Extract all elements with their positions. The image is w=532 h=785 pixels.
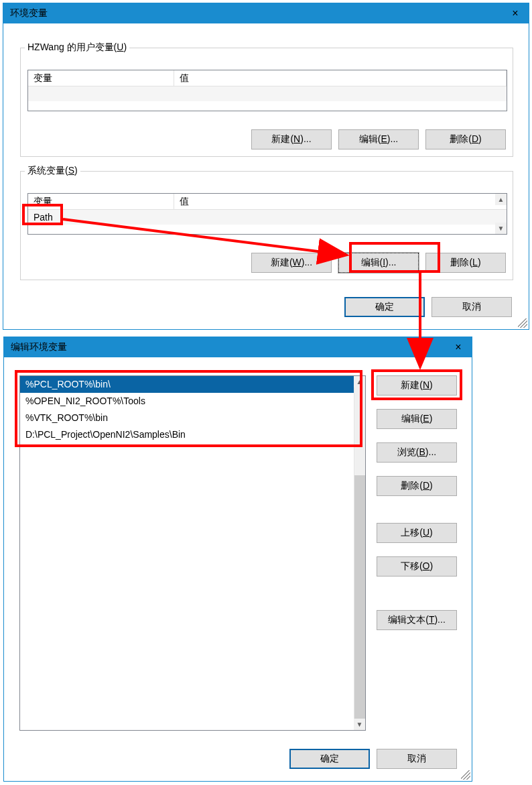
user-vars-label: HZWang 的用户变量(U) bbox=[25, 42, 129, 54]
edittext-button[interactable]: 编辑文本(T)... bbox=[377, 610, 457, 630]
table-row-empty bbox=[28, 86, 507, 101]
list-item[interactable]: %OPEN_NI2_ROOT%\Tools bbox=[20, 393, 365, 410]
close-icon[interactable]: × bbox=[502, 3, 529, 23]
scroll-down-icon[interactable]: ▼ bbox=[495, 223, 507, 234]
titlebar-env[interactable]: 环境变量 × bbox=[3, 3, 529, 23]
cancel-button[interactable]: 取消 bbox=[431, 297, 512, 317]
path-listbox[interactable]: %PCL_ROOT%\bin\ %OPEN_NI2_ROOT%\Tools %V… bbox=[19, 375, 366, 731]
title-env: 环境变量 bbox=[10, 7, 48, 19]
edit-user-button[interactable]: 编辑(E)... bbox=[338, 129, 419, 149]
close-icon[interactable]: × bbox=[445, 337, 472, 357]
scroll-thumb[interactable] bbox=[354, 475, 365, 719]
resize-grip-icon[interactable] bbox=[461, 770, 470, 780]
user-vars-group: HZWang 的用户变量(U) 变量 值 新建(N)... 编辑(E)... 删… bbox=[20, 48, 513, 157]
scroll-up-icon[interactable]: ▲ bbox=[354, 376, 365, 387]
new-sys-button[interactable]: 新建(W)... bbox=[251, 253, 332, 273]
list-item[interactable]: D:\PCL_Project\OpenNI2\Samples\Bin bbox=[20, 426, 365, 443]
scroll-down-icon[interactable]: ▼ bbox=[354, 719, 365, 730]
user-vars-table[interactable]: 变量 值 bbox=[27, 70, 507, 111]
movedown-button[interactable]: 下移(O) bbox=[377, 556, 457, 577]
th-variable[interactable]: 变量 bbox=[28, 194, 174, 209]
edit-env-window: 编辑环境变量 × %PCL_ROOT%\bin\ %OPEN_NI2_ROOT%… bbox=[3, 337, 472, 782]
cell-path-value bbox=[174, 210, 507, 225]
title-edit: 编辑环境变量 bbox=[11, 341, 67, 353]
resize-grip-icon[interactable] bbox=[518, 318, 527, 328]
edit-sys-button[interactable]: 编辑(I)... bbox=[338, 253, 419, 273]
moveup-button[interactable]: 上移(U) bbox=[377, 523, 457, 543]
system-vars-label: 系统变量(S) bbox=[25, 165, 80, 177]
th-value[interactable]: 值 bbox=[174, 70, 507, 86]
cell-path: Path bbox=[28, 210, 174, 225]
browse-button[interactable]: 浏览(B)... bbox=[377, 442, 457, 463]
ok-button[interactable]: 确定 bbox=[344, 297, 425, 317]
new-user-button[interactable]: 新建(N)... bbox=[251, 129, 332, 149]
env-vars-window: 环境变量 × HZWang 的用户变量(U) 变量 值 新建(N)... 编辑(… bbox=[3, 3, 529, 330]
th-value[interactable]: 值 bbox=[174, 194, 507, 209]
th-variable[interactable]: 变量 bbox=[28, 70, 174, 86]
cancel-button[interactable]: 取消 bbox=[377, 749, 457, 769]
edit-button[interactable]: 编辑(E) bbox=[377, 409, 457, 429]
delete-user-button[interactable]: 删除(D) bbox=[425, 129, 506, 149]
scrollbar[interactable]: ▲ ▼ bbox=[354, 376, 365, 730]
list-item[interactable]: %PCL_ROOT%\bin\ bbox=[20, 376, 365, 393]
ok-button[interactable]: 确定 bbox=[289, 749, 370, 769]
scroll-up-icon[interactable]: ▲ bbox=[495, 194, 507, 205]
system-vars-group: 系统变量(S) 变量 值 Path ▲ ▼ 新建(W)... 编辑(I)... … bbox=[20, 171, 513, 280]
new-button[interactable]: 新建(N) bbox=[377, 375, 457, 396]
list-item[interactable]: %VTK_ROOT%\bin bbox=[20, 410, 365, 426]
titlebar-edit[interactable]: 编辑环境变量 × bbox=[4, 337, 472, 357]
delete-button[interactable]: 删除(D) bbox=[377, 476, 457, 496]
system-vars-table[interactable]: 变量 值 Path ▲ ▼ bbox=[27, 193, 507, 235]
table-row[interactable]: Path bbox=[28, 210, 507, 225]
delete-sys-button[interactable]: 删除(L) bbox=[425, 253, 506, 273]
table-header: 变量 值 bbox=[28, 70, 507, 86]
table-header: 变量 值 bbox=[28, 194, 507, 210]
